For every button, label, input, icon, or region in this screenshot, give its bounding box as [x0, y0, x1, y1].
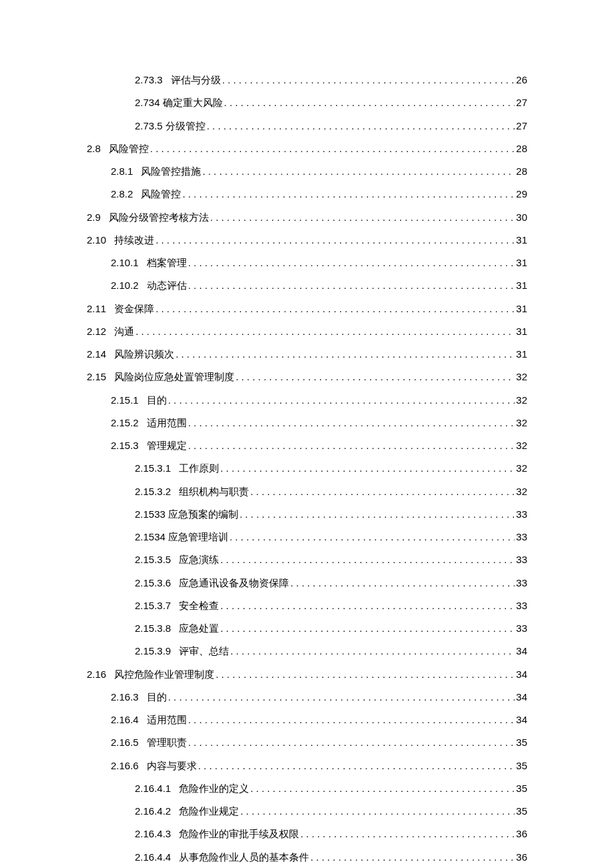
toc-leader [250, 781, 515, 797]
toc-title: 应急处置 [179, 621, 219, 636]
toc-page-number: 34 [516, 667, 527, 682]
toc-entry[interactable]: 2.16.4.4从事危险作业人员的基本条件36 [87, 849, 527, 865]
toc-leader [168, 689, 515, 705]
toc-leader [188, 438, 515, 454]
toc-number: 2.16.4.2 [135, 803, 171, 819]
toc-title: 适用范围 [147, 416, 187, 431]
toc-page-number: 27 [516, 95, 527, 110]
toc-leader [220, 620, 515, 636]
toc-entry[interactable]: 2.15风险岗位应急处置管理制度32 [87, 369, 527, 385]
toc-number: 2.73.3 [135, 72, 163, 87]
toc-title: 危险作业的定义 [179, 781, 249, 797]
toc-leader [207, 118, 515, 134]
toc-leader [188, 255, 515, 271]
toc-entry[interactable]: 2.15.1目的32 [87, 392, 527, 408]
toc-page-number: 36 [516, 849, 527, 865]
toc-entry[interactable]: 2.8风险管控28 [87, 141, 527, 157]
toc-entry[interactable]: 2.10持续改进31 [87, 232, 527, 248]
toc-entry[interactable]: 2.16.5管理职责35 [87, 735, 527, 751]
toc-title: 目的 [147, 393, 167, 408]
toc-page-number: 30 [516, 209, 527, 225]
toc-entry[interactable]: 2.15.3.2组织机构与职责32 [87, 484, 527, 500]
toc-number: 2.15.3.9 [135, 643, 171, 659]
toc-number: 2.12 [87, 324, 106, 339]
toc-entry[interactable]: 2.15.3.7安全检查33 [87, 598, 527, 614]
toc-number: 2.1534 [135, 529, 166, 544]
toc-leader [135, 324, 515, 340]
toc-page-number: 28 [516, 141, 527, 156]
toc-page-number: 33 [516, 552, 527, 567]
toc-leader [202, 163, 515, 179]
toc-entry[interactable]: 2.16风控危险作业管理制度34 [87, 667, 527, 683]
toc-entry[interactable]: 2.15.3.6应急通讯设备及物资保障33 [87, 575, 527, 591]
toc-leader [198, 758, 515, 774]
toc-entry[interactable]: 2.11资金保障31 [87, 301, 527, 317]
toc-title: 资金保障 [114, 302, 154, 317]
toc-page-number: 32 [516, 484, 527, 499]
toc-number: 2.16.5 [111, 735, 139, 750]
toc-leader [230, 529, 515, 545]
toc-page-number: 31 [516, 324, 527, 339]
toc-entry[interactable]: 2.73.5分级管控27 [87, 118, 527, 134]
toc-leader [220, 552, 515, 568]
toc-title: 应急演练 [179, 552, 219, 568]
toc-title: 应急预案的编制 [168, 507, 238, 522]
toc-title: 内容与要求 [147, 759, 197, 774]
toc-page-number: 34 [516, 712, 527, 727]
toc-page-number: 28 [516, 163, 527, 179]
toc-page-number: 27 [516, 118, 527, 133]
toc-page-number: 33 [516, 598, 527, 613]
toc-page-number: 35 [516, 781, 527, 796]
toc-entry[interactable]: 2.8.1风险管控措施28 [87, 163, 527, 179]
toc-title: 确定重大风险 [163, 95, 223, 111]
toc-leader [188, 278, 515, 294]
toc-number: 2.16.4.4 [135, 849, 171, 865]
toc-entry[interactable]: 2.1534应急管理培训33 [87, 529, 527, 545]
toc-number: 2.14 [87, 346, 106, 362]
toc-entry[interactable]: 2.16.4.2危险作业规定35 [87, 803, 527, 819]
toc-leader [220, 598, 515, 614]
toc-title: 风险岗位应急处置管理制度 [114, 370, 234, 385]
toc-leader [210, 209, 515, 226]
toc-page-number: 32 [516, 438, 527, 453]
toc-entry[interactable]: 2.12沟通31 [87, 324, 527, 340]
toc-entry[interactable]: 2.10.1档案管理31 [87, 255, 527, 271]
toc-entry[interactable]: 2.14风险辨识频次31 [87, 346, 527, 362]
toc-entry[interactable]: 2.16.3目的34 [87, 689, 527, 705]
toc-list: 2.73.3评估与分级262.734确定重大风险272.73.5分级管控272.… [87, 72, 527, 868]
toc-number: 2.8.2 [111, 186, 133, 201]
toc-entry[interactable]: 2.10.2动态评估31 [87, 278, 527, 294]
toc-number: 2.10.1 [111, 255, 139, 270]
toc-page-number: 26 [516, 72, 527, 87]
toc-entry[interactable]: 2.16.4.3危险作业的审批手续及权限36 [87, 826, 527, 842]
toc-entry[interactable]: 2.15.3.9评审、总结34 [87, 643, 527, 659]
toc-leader [150, 141, 515, 157]
toc-leader [300, 826, 515, 842]
toc-number: 2.8 [87, 141, 101, 156]
toc-entry[interactable]: 2.16.4.1危险作业的定义35 [87, 781, 527, 797]
toc-page-number: 34 [516, 643, 527, 659]
toc-page-number: 32 [516, 460, 527, 476]
toc-title: 管理规定 [147, 438, 187, 454]
toc-entry[interactable]: 2.15.2适用范围32 [87, 415, 527, 431]
toc-leader [310, 849, 515, 865]
toc-page-number: 32 [516, 392, 527, 408]
toc-number: 2.15.1 [111, 392, 139, 408]
toc-entry[interactable]: 2.16.4适用范围34 [87, 712, 527, 728]
toc-entry[interactable]: 2.15.3.1工作原则32 [87, 460, 527, 476]
toc-entry[interactable]: 2.15.3管理规定32 [87, 438, 527, 454]
toc-entry[interactable]: 2.734确定重大风险27 [87, 95, 527, 111]
toc-number: 2.8.1 [111, 163, 133, 179]
toc-leader [250, 484, 515, 500]
toc-entry[interactable]: 2.1533应急预案的编制33 [87, 506, 527, 522]
toc-entry[interactable]: 2.15.3.8应急处置33 [87, 620, 527, 636]
toc-entry[interactable]: 2.15.3.5应急演练33 [87, 552, 527, 568]
toc-entry[interactable]: 2.9风险分级管控考核方法30 [87, 209, 527, 226]
toc-entry[interactable]: 2.16.6内容与要求35 [87, 758, 527, 774]
toc-page: 2.73.3评估与分级262.734确定重大风险272.73.5分级管控272.… [0, 0, 614, 868]
toc-number: 2.11 [87, 301, 106, 316]
toc-number: 2.15.3.7 [135, 598, 171, 613]
toc-entry[interactable]: 2.8.2风险管控29 [87, 186, 527, 202]
toc-leader [222, 72, 515, 88]
toc-entry[interactable]: 2.73.3评估与分级26 [87, 72, 527, 88]
